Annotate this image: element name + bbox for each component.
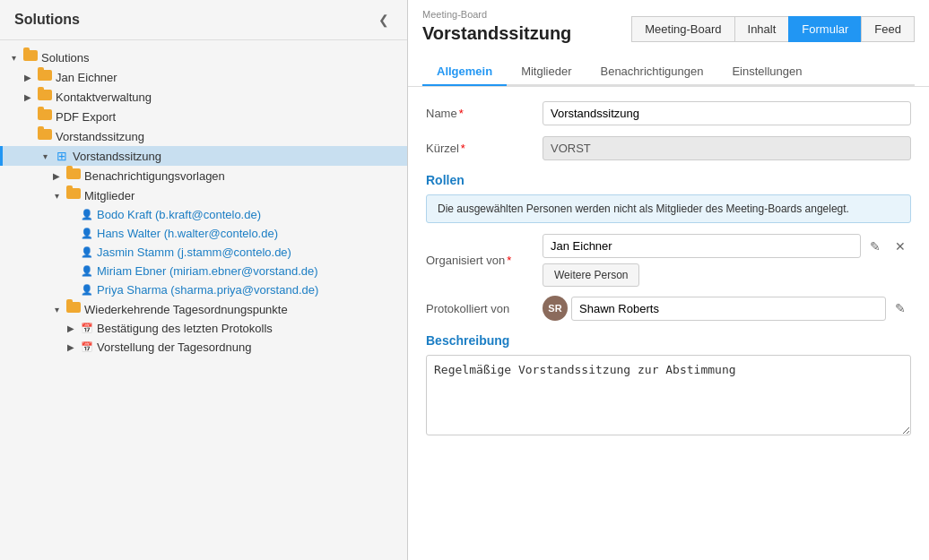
left-panel: Solutions ❮ ▾Solutions▶Jan Eichner▶Konta… [0, 0, 408, 560]
kuerzel-row: Kürzel* VORST [426, 136, 911, 160]
folder-icon [23, 50, 38, 65]
sub-tab-einstellungen[interactable]: Einstellungen [717, 58, 816, 86]
tree-toggle-solutions-root[interactable]: ▾ [7, 51, 20, 64]
header-tab-formular[interactable]: Formular [788, 16, 861, 42]
tree-item-kontaktverwaltung[interactable]: ▶Kontaktverwaltung [0, 87, 407, 107]
tree-item-solutions-root[interactable]: ▾Solutions [0, 47, 407, 67]
person-icon: 👤 [81, 246, 93, 259]
tree-label-mitglieder-folder: Mitglieder [84, 189, 135, 202]
kuerzel-value: VORST [543, 136, 911, 160]
tree-label-benachrichtigungsvorlagen: Benachrichtigungsvorlagen [84, 169, 225, 183]
tree-toggle-mitglieder-folder[interactable]: ▾ [50, 189, 63, 202]
protokolliert-input[interactable] [571, 297, 886, 321]
organisiert-clear-button[interactable]: ✕ [890, 236, 911, 257]
tree-label-vorstandssitzung-folder: Vorstandssitzung [56, 130, 144, 143]
tree-label-bodo-kraft: Bodo Kraft (b.kraft@contelo.de) [97, 208, 261, 221]
organisiert-edit-button[interactable]: ✎ [864, 236, 886, 257]
organisiert-value-box: ✎ ✕ Weitere Person [543, 234, 911, 287]
name-row: Name* [426, 101, 911, 125]
person-icon: 👤 [81, 284, 93, 297]
weitere-person-row: Weitere Person [543, 263, 911, 287]
calendar-icon: 📅 [81, 341, 93, 354]
tree-toggle-miriam-ebner [65, 265, 77, 278]
tree-toggle-wiederkehrende[interactable]: ▾ [50, 303, 63, 315]
tree-item-mitglieder-folder[interactable]: ▾Mitglieder [0, 185, 407, 205]
tree-toggle-bodo-kraft [65, 209, 77, 221]
tree-label-wiederkehrende: Wiederkehrende Tagesordnungspunkte [84, 303, 288, 316]
tree-item-vorstandssitzung-board[interactable]: ▾⊞Vorstandssitzung [0, 146, 407, 166]
avatar: SR [543, 296, 568, 321]
title-block: Meeting-Board Vorstandssitzung [422, 9, 571, 49]
tree-item-wiederkehrende[interactable]: ▾Wiederkehrende Tagesordnungspunkte [0, 299, 407, 319]
rollen-title: Rollen [426, 173, 911, 187]
left-header: Solutions ❮ [0, 0, 407, 40]
person-icon: 👤 [81, 209, 93, 221]
folder-icon [66, 302, 81, 316]
person-icon: 👤 [81, 265, 93, 278]
page-title: Vorstandssitzung [422, 23, 571, 44]
header-tab-meeting-board[interactable]: Meeting-Board [631, 16, 734, 42]
folder-icon [38, 70, 52, 84]
collapse-button[interactable]: ❮ [375, 11, 393, 29]
tree-toggle-benachrichtigungsvorlagen[interactable]: ▶ [50, 169, 63, 182]
tree-toggle-bestaetigung[interactable]: ▶ [65, 323, 77, 335]
sub-tab-allgemein[interactable]: Allgemein [422, 58, 507, 86]
tree-item-priya-sharma[interactable]: 👤Priya Sharma (sharma.priya@vorstand.de) [0, 280, 407, 299]
name-input[interactable] [543, 101, 911, 125]
kuerzel-label: Kürzel* [426, 142, 543, 155]
header-tab-feed[interactable]: Feed [861, 16, 915, 42]
tree-item-hans-walter[interactable]: 👤Hans Walter (h.walter@contelo.de) [0, 224, 407, 243]
tree-toggle-kontaktverwaltung[interactable]: ▶ [22, 90, 34, 103]
tree-toggle-vorstandssitzung-folder [22, 130, 34, 142]
protokolliert-value-box: SR ✎ [543, 296, 911, 321]
tree-item-bestaetigung[interactable]: ▶📅Bestätigung des letzten Protokolls [0, 319, 407, 338]
tree-toggle-priya-sharma [65, 284, 77, 297]
tree-item-vorstandssitzung-folder[interactable]: Vorstandssitzung [0, 126, 407, 146]
tree-label-jan-eichner: Jan Eichner [56, 71, 117, 84]
sub-tabs: AllgemeinMitgliederBenachrichtigungenEin… [422, 58, 915, 86]
tree-item-miriam-ebner[interactable]: 👤Miriam Ebner (miriam.ebner@vorstand.de) [0, 262, 407, 280]
tree-toggle-vorstandssitzung-board[interactable]: ▾ [39, 150, 51, 162]
organisiert-label: Organisiert von* [426, 254, 543, 267]
folder-icon [66, 188, 81, 202]
kuerzel-required: * [461, 142, 465, 155]
tree-item-bodo-kraft[interactable]: 👤Bodo Kraft (b.kraft@contelo.de) [0, 205, 407, 224]
tree-item-benachrichtigungsvorlagen[interactable]: ▶Benachrichtigungsvorlagen [0, 166, 407, 185]
tree-item-jasmin-stamm[interactable]: 👤Jasmin Stamm (j.stamm@contelo.de) [0, 243, 407, 262]
tree-label-bestaetigung: Bestätigung des letzten Protokolls [97, 322, 273, 335]
tree-item-vorstellung[interactable]: ▶📅Vorstellung der Tagesordnung [0, 338, 407, 357]
beschreibung-textarea[interactable]: Regelmäßige Vorstandssitzung zur Abstimm… [426, 355, 911, 435]
tree-toggle-vorstellung[interactable]: ▶ [65, 341, 77, 354]
folder-icon [66, 168, 81, 183]
protokolliert-label: Protokolliert von [426, 302, 543, 315]
name-label: Name* [426, 107, 543, 120]
tree-label-priya-sharma: Priya Sharma (sharma.priya@vorstand.de) [97, 283, 318, 297]
tree-toggle-hans-walter [65, 228, 77, 240]
tree-item-jan-eichner[interactable]: ▶Jan Eichner [0, 67, 407, 87]
header-tabs: Meeting-BoardInhaltFormularFeed [631, 16, 915, 42]
organisiert-input-row: ✎ ✕ [543, 234, 911, 258]
protokolliert-edit-button[interactable]: ✎ [890, 297, 911, 319]
tree-label-pdf-export: PDF Export [56, 110, 116, 124]
tree-item-pdf-export[interactable]: PDF Export [0, 107, 407, 126]
person-icon: 👤 [81, 228, 93, 240]
tree-label-hans-walter: Hans Walter (h.walter@contelo.de) [97, 227, 278, 240]
header-tab-inhalt[interactable]: Inhalt [734, 16, 789, 42]
calendar-icon: 📅 [81, 323, 93, 335]
sub-tab-mitglieder[interactable]: Mitglieder [507, 58, 586, 86]
beschreibung-title: Beschreibung [426, 333, 911, 348]
sub-tab-benachrichtigungen[interactable]: Benachrichtigungen [586, 58, 717, 86]
tree-label-miriam-ebner: Miriam Ebner (miriam.ebner@vorstand.de) [97, 264, 318, 278]
left-panel-title: Solutions [14, 12, 80, 28]
form-content: Name* Kürzel* VORST Rollen Die ausgewähl… [408, 87, 929, 452]
tree-toggle-jan-eichner[interactable]: ▶ [22, 71, 34, 83]
protokolliert-row: Protokolliert von SR ✎ [426, 296, 911, 321]
tree: ▾Solutions▶Jan Eichner▶Kontaktverwaltung… [0, 40, 407, 560]
tree-label-jasmin-stamm: Jasmin Stamm (j.stamm@contelo.de) [97, 246, 291, 259]
tree-toggle-jasmin-stamm [65, 246, 77, 259]
organisiert-row: Organisiert von* ✎ ✕ Weitere Person [426, 234, 911, 287]
organisiert-input[interactable] [543, 234, 861, 258]
tree-label-vorstandssitzung-board: Vorstandssitzung [73, 150, 161, 163]
weitere-person-button[interactable]: Weitere Person [543, 263, 639, 287]
right-panel: Meeting-Board Vorstandssitzung Meeting-B… [408, 0, 929, 560]
